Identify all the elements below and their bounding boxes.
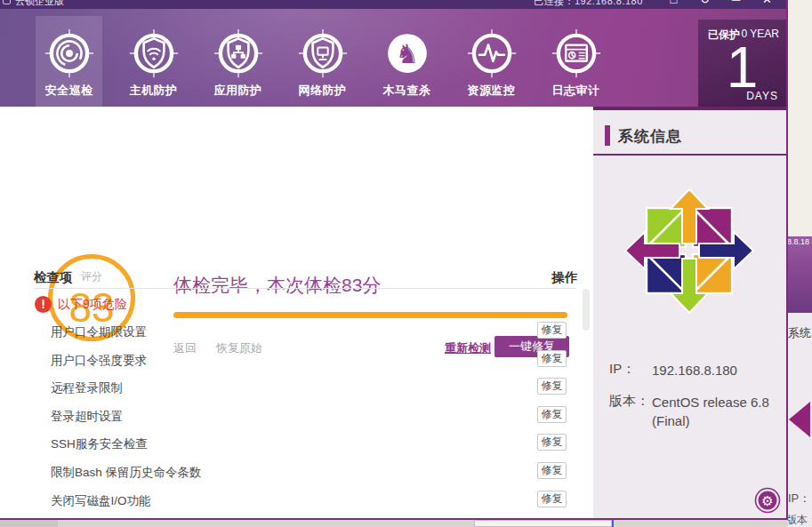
header: 安全巡检 主机防护 应用防护 网络防护 ♞ 木马查杀 资源监控 日志审计 <box>0 9 786 107</box>
svg-text:♞: ♞ <box>395 39 419 68</box>
score-label: 评分 <box>81 269 102 284</box>
fix-button[interactable]: 修复 <box>537 378 567 395</box>
nav-item-主机防护[interactable]: 主机防护 <box>111 9 196 107</box>
nav-item-label: 资源监控 <box>468 83 516 99</box>
check-item-label: 登录超时设置 <box>51 409 123 425</box>
version-label: 版本： <box>609 393 652 410</box>
connection-status: 已连接：192.168.8.180 <box>534 0 643 8</box>
scan-headline: 体检完毕，本次体检83分 <box>173 273 381 298</box>
check-item-label: 关闭写磁盘I/O功能 <box>51 493 151 509</box>
fix-button[interactable]: 修复 <box>537 350 567 367</box>
screen: 8.8.18 系统 IP： 版本： 云锁企业版 已连接：192.168.8.18… <box>0 0 812 527</box>
bottom-strip-line <box>612 520 614 527</box>
close-icon[interactable]: ✕ <box>752 0 783 6</box>
nav-item-资源监控[interactable]: 资源监控 <box>449 9 534 107</box>
settings-gear-icon[interactable]: ⚙ <box>754 487 781 514</box>
scan-progress-bar <box>173 312 567 318</box>
check-item-row: 远程登录限制 修复 <box>0 374 593 403</box>
refresh-icon[interactable]: ↻ <box>689 0 720 6</box>
report-icon <box>551 28 601 78</box>
background-version-label: 版本： <box>786 513 812 527</box>
svg-text:⚙: ⚙ <box>761 493 773 508</box>
fix-button[interactable]: 修复 <box>537 322 567 339</box>
protected-days-label: DAYS <box>746 90 778 102</box>
window-title: 云锁企业版 <box>15 0 64 8</box>
bottom-strip-segment <box>0 520 58 527</box>
version-value: CentOS release 6.8 (Final) <box>652 393 775 430</box>
system-info-title: 系统信息 <box>618 126 682 147</box>
nav-item-label: 安全巡检 <box>45 83 93 99</box>
fix-button[interactable]: 修复 <box>537 462 567 479</box>
app-icon <box>3 0 11 4</box>
nav-item-木马查杀[interactable]: ♞ 木马查杀 <box>365 9 449 107</box>
nav-item-应用防护[interactable]: 应用防护 <box>196 9 280 107</box>
shield-network-icon <box>298 28 348 78</box>
danger-summary: ! 以下9项危险 <box>35 296 127 313</box>
nav-item-安全巡检[interactable]: 安全巡检 <box>27 9 111 107</box>
nav: 安全巡检 主机防护 应用防护 网络防护 ♞ 木马查杀 资源监控 日志审计 <box>27 9 618 107</box>
scrollbar-thumb[interactable] <box>583 289 590 331</box>
background-bottom-strip <box>0 520 788 527</box>
check-item-label: 远程登录限制 <box>51 380 123 396</box>
ip-row: IP：192.168.8.180 <box>609 361 778 379</box>
bottom-strip-box <box>474 520 612 527</box>
ip-label: IP： <box>609 361 652 378</box>
check-item-list: 用户口令期限设置 修复 用户口令强度要求 修复 远程登录限制 修复 登录超时设置… <box>0 318 593 515</box>
panel-accent-bar <box>605 125 610 146</box>
shield-apps-icon <box>213 28 263 78</box>
window-controls: □↻─✕ <box>658 0 783 6</box>
background-centos-arrow-fragment <box>789 402 810 437</box>
check-item-label: 限制Bash 保留历史命令条数 <box>51 465 202 481</box>
background-ip-fragment: 8.8.18 <box>787 237 809 246</box>
fix-button[interactable]: 修复 <box>537 491 567 507</box>
scan-result-area: 评分 83 体检完毕，本次体检83分 返回 恢复原始 重新检测 一键修复 检查项… <box>0 107 593 518</box>
exclamation-icon: ! <box>35 296 52 313</box>
app-window: 云锁企业版 已连接：192.168.8.180 □↻─✕ 安全巡检 主机防护 应… <box>0 0 788 520</box>
check-item-label: 用户口令期限设置 <box>51 324 147 340</box>
check-item-row: 限制Bash 保留历史命令条数 修复 <box>0 459 593 487</box>
knight-icon: ♞ <box>382 28 432 78</box>
shield-wifi-icon <box>129 28 179 78</box>
version-row: 版本：CentOS release 6.8 (Final) <box>609 393 778 430</box>
nav-item-日志审计[interactable]: 日志审计 <box>534 9 618 107</box>
nav-item-label: 主机防护 <box>130 83 178 99</box>
nav-item-label: 木马查杀 <box>383 83 431 99</box>
background-sysinfo-fragment: 系统 <box>788 325 811 341</box>
table-divider <box>34 288 576 289</box>
pulse-icon <box>467 28 517 78</box>
nav-item-label: 应用防护 <box>214 83 262 99</box>
check-item-row: 关闭写磁盘I/O功能 修复 <box>0 487 593 515</box>
fix-button[interactable]: 修复 <box>537 434 567 451</box>
titlebar: 云锁企业版 已连接：192.168.8.180 □↻─✕ <box>0 0 786 9</box>
check-item-row: 用户口令强度要求 修复 <box>0 347 593 375</box>
nav-item-网络防护[interactable]: 网络防护 <box>280 9 365 107</box>
nav-item-label: 日志审计 <box>552 83 600 99</box>
check-item-label: 用户口令强度要求 <box>51 353 147 369</box>
system-info-panel: 系统信息 <box>593 107 786 518</box>
check-item-row: 用户口令期限设置 修复 <box>0 318 593 347</box>
protected-badge: 已保护 0 YEAR 1 DAYS <box>698 20 786 107</box>
nav-item-label: 网络防护 <box>299 83 347 99</box>
centos-logo-icon <box>623 187 756 315</box>
window-icon[interactable]: □ <box>658 0 689 6</box>
column-check-item: 检查项 <box>34 269 73 286</box>
minimize-icon[interactable]: ─ <box>720 0 752 6</box>
background-ip-label: IP： <box>788 491 810 507</box>
radar-icon <box>44 28 94 78</box>
protected-days-value: 1 <box>698 37 786 98</box>
check-item-label: SSH服务安全检查 <box>51 436 148 452</box>
panel-divider <box>593 154 786 156</box>
background-window-sliver: 8.8.18 系统 IP： 版本： <box>786 0 812 527</box>
check-item-row: SSH服务安全检查 修复 <box>0 430 593 459</box>
danger-summary-text: 以下9项危险 <box>58 297 127 313</box>
column-action: 操作 <box>551 269 577 286</box>
ip-value: 192.168.8.180 <box>652 361 775 379</box>
fix-button[interactable]: 修复 <box>537 406 567 423</box>
check-item-row: 登录超时设置 修复 <box>0 403 593 431</box>
background-window-header: 8.8.18 <box>786 236 812 313</box>
